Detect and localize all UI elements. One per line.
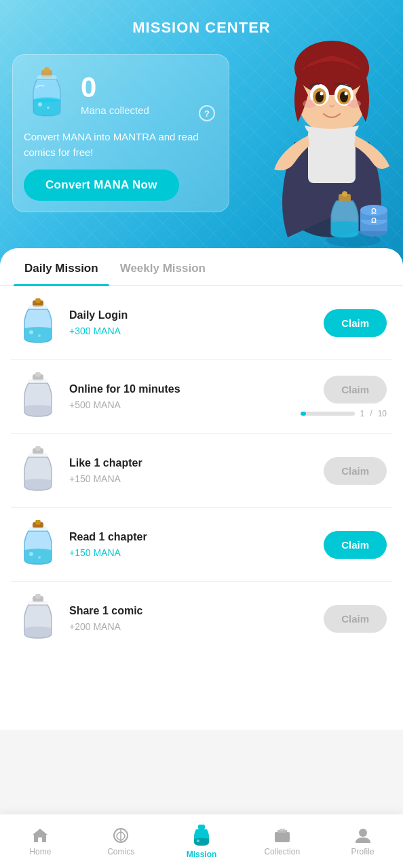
mana-label: Mana collected bbox=[81, 104, 188, 116]
coin-decoration: Ω Ω bbox=[316, 180, 391, 251]
comics-icon bbox=[112, 827, 130, 844]
svg-point-12 bbox=[345, 92, 348, 96]
svg-rect-48 bbox=[275, 832, 290, 842]
mana-help-icon[interactable]: ? bbox=[199, 105, 215, 121]
hero-subtitle: Convert MANA into MANTRA and read comics… bbox=[24, 130, 215, 160]
mission-mana-read: +150 MANA bbox=[69, 547, 314, 558]
mission-bottle-like bbox=[16, 446, 60, 495]
nav-collection[interactable]: Collection bbox=[258, 827, 306, 856]
svg-rect-1 bbox=[308, 129, 356, 183]
nav-label-comics: Comics bbox=[107, 847, 134, 856]
mission-name-online: Online for 10 minutes bbox=[69, 383, 291, 395]
svg-point-17 bbox=[33, 97, 60, 102]
nav-profile[interactable]: Profile bbox=[339, 827, 387, 856]
collection-icon bbox=[273, 827, 291, 844]
svg-text:Ω: Ω bbox=[371, 217, 377, 224]
mission-name-read: Read 1 chapter bbox=[69, 531, 314, 543]
progress-total-online: 10 bbox=[378, 409, 387, 418]
svg-text:Ω: Ω bbox=[371, 208, 377, 215]
missions-area: Daily Mission Weekly Mission Daily Login… bbox=[0, 248, 403, 730]
mission-right-like: Claim bbox=[324, 457, 387, 485]
svg-point-32 bbox=[29, 330, 33, 334]
mission-right-read: Claim bbox=[324, 531, 387, 559]
mission-name-share: Share 1 comic bbox=[69, 605, 314, 617]
mission-info-share: Share 1 comic +200 MANA bbox=[69, 605, 314, 632]
nav-label-home: Home bbox=[29, 847, 51, 856]
mission-list: Daily Login +300 MANA Claim Online for 1… bbox=[0, 286, 403, 655]
mission-mana-share: +200 MANA bbox=[69, 621, 314, 632]
mission-mana-daily-login: +300 MANA bbox=[69, 326, 314, 336]
nav-label-mission: Mission bbox=[187, 850, 217, 859]
tab-weekly[interactable]: Weekly Mission bbox=[109, 248, 216, 285]
nav-comics[interactable]: Comics bbox=[97, 827, 145, 856]
nav-mission[interactable]: Mission bbox=[178, 824, 225, 859]
svg-rect-50 bbox=[280, 829, 285, 831]
mana-bottle-icon bbox=[24, 67, 70, 121]
mission-right-online: Claim 1/10 bbox=[301, 376, 387, 418]
mission-bottle-daily-login bbox=[16, 298, 60, 347]
svg-point-16 bbox=[44, 67, 50, 73]
mission-item-online: Online for 10 minutes +500 MANA Claim 1/… bbox=[11, 360, 392, 434]
mana-count: 0 bbox=[81, 73, 188, 102]
mission-item-read: Read 1 chapter +150 MANA Claim bbox=[11, 508, 392, 582]
progress-fill-online bbox=[301, 412, 306, 416]
mission-item-like: Like 1 chapter +150 MANA Claim bbox=[11, 434, 392, 508]
nav-label-profile: Profile bbox=[351, 847, 375, 856]
svg-point-11 bbox=[320, 92, 324, 96]
mission-bottle-share bbox=[16, 594, 60, 643]
mission-name-like: Like 1 chapter bbox=[69, 457, 314, 469]
claim-button-like[interactable]: Claim bbox=[324, 457, 387, 485]
svg-point-14 bbox=[347, 100, 361, 108]
svg-point-51 bbox=[359, 829, 367, 837]
convert-mana-button[interactable]: Convert MANA Now bbox=[24, 170, 179, 201]
home-icon bbox=[31, 827, 49, 844]
svg-point-33 bbox=[38, 334, 41, 337]
mission-tabs: Daily Mission Weekly Mission bbox=[0, 248, 403, 286]
svg-point-47 bbox=[197, 840, 199, 842]
svg-point-13 bbox=[303, 100, 316, 108]
mission-icon bbox=[191, 824, 212, 847]
mission-item-daily-login: Daily Login +300 MANA Claim bbox=[11, 286, 392, 360]
progress-text-online: 1 bbox=[360, 409, 365, 418]
mission-info-read: Read 1 chapter +150 MANA bbox=[69, 531, 314, 558]
mission-mana-online: +500 MANA bbox=[69, 399, 291, 410]
mission-bottle-online bbox=[16, 372, 60, 421]
svg-point-18 bbox=[38, 102, 42, 106]
svg-point-40 bbox=[29, 552, 33, 556]
claim-button-share[interactable]: Claim bbox=[324, 605, 387, 633]
profile-icon bbox=[354, 827, 372, 844]
svg-rect-46 bbox=[198, 825, 205, 829]
svg-point-19 bbox=[47, 106, 50, 109]
progress-bar-online bbox=[301, 412, 355, 416]
mana-card: 0 Mana collected ? Convert MANA into MAN… bbox=[12, 54, 229, 212]
mission-info-daily-login: Daily Login +300 MANA bbox=[69, 309, 314, 336]
progress-row-online: 1/10 bbox=[301, 409, 387, 418]
nav-home[interactable]: Home bbox=[16, 827, 64, 856]
mission-name-daily-login: Daily Login bbox=[69, 309, 314, 321]
hero-section: MISSION CENTER bbox=[0, 0, 403, 264]
svg-point-41 bbox=[38, 556, 41, 559]
nav-label-collection: Collection bbox=[264, 847, 300, 856]
mission-item-share: Share 1 comic +200 MANA Claim bbox=[11, 582, 392, 655]
mission-mana-like: +150 MANA bbox=[69, 473, 314, 484]
bottom-navigation: Home Comics Mission Collection Profi bbox=[0, 814, 403, 868]
claim-button-read[interactable]: Claim bbox=[324, 531, 387, 559]
svg-point-22 bbox=[342, 191, 347, 197]
claim-button-daily-login[interactable]: Claim bbox=[324, 309, 387, 337]
mission-right-daily-login: Claim bbox=[324, 309, 387, 337]
tab-daily[interactable]: Daily Mission bbox=[14, 248, 109, 285]
claim-button-online[interactable]: Claim bbox=[324, 376, 387, 403]
mission-bottle-read bbox=[16, 520, 60, 569]
mission-info-online: Online for 10 minutes +500 MANA bbox=[69, 383, 291, 410]
mission-info-like: Like 1 chapter +150 MANA bbox=[69, 457, 314, 484]
mission-right-share: Claim bbox=[324, 605, 387, 633]
